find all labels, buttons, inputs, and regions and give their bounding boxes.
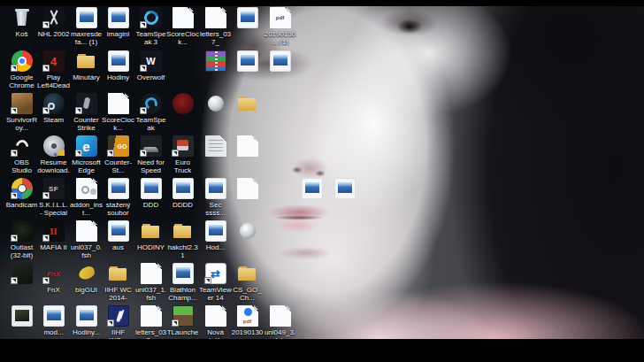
desktop-icon-uni037-1[interactable]: uni037_1.fsh [134,263,167,302]
desktop-icon-stazeny-soubor[interactable]: stažený soubor [102,178,134,217]
icon-label: Minutáry [70,73,103,81]
icon-label: stažený soubor [102,201,134,217]
desktop-icon-uni037-0[interactable]: uni037_0.fsh [70,220,103,259]
desktop-icon-biathlon[interactable]: Biathlon Champ... [166,263,199,302]
desktop-icon-hakchi[interactable]: hakchi2.31 [166,220,199,259]
icon-label: Hodiny [102,73,134,81]
desktop-icon-csgo[interactable]: GOCounter-St... Global Offe... [102,135,134,175]
shortcut-arrow-icon [140,107,147,114]
desktop-icon-recycle-bin[interactable]: Koš [5,7,38,38]
desktop-icon-mod[interactable]: mod... [37,305,70,336]
desktop-icon-skill-sf[interactable]: SFS.K.I.L.L. - Special For... [37,178,70,218]
desktop-icon-microsoft-edge[interactable]: eMicrosoft Edge [70,135,103,174]
file-icon [205,305,226,327]
recycle-bin-icon [12,7,33,28]
desktop-icon-imagini[interactable]: imagini [102,7,134,38]
desktop-icon-image[interactable] [231,50,264,73]
desktop-icon-maxresdefault[interactable]: maxresdefa... (1) [70,7,103,46]
edge-pdf-icon: pdf [237,305,258,327]
desktop-icon-fnx[interactable]: FnXFnX [37,263,70,294]
shortcut-arrow-icon [75,150,82,157]
icon-label: HODINY [134,243,167,251]
desktop-icon-csgo-folder[interactable]: CS_GO_Ch... [231,263,264,302]
icon-label: OBS Studio [5,158,38,174]
icon-label: NHL 2002 [37,30,70,38]
desktop-icon-teamspeak[interactable]: TeamSpeak 3 Client [134,7,167,47]
shortcut-arrow-icon [11,192,18,199]
desktop-icon-steam[interactable]: Steam [37,93,70,124]
desktop-icon-ets2[interactable]: Euro Truck Simulator 2... [166,135,199,175]
desktop-icon-resume-download[interactable]: Resume download... [37,135,70,175]
desktop-icon-winrar-archive[interactable] [199,50,232,73]
desktop-icon-letters-037[interactable]: letters_037_ [199,7,232,46]
red-tv-icon [172,93,194,114]
desktop-icon-addon-installer[interactable]: addon_inst... [70,178,103,217]
desktop-icon-image[interactable] [295,178,328,201]
desktop-icon-folder[interactable] [231,93,264,116]
desktop-icon-ddd[interactable]: DDD [134,178,167,209]
desktop-icon-image[interactable] [328,178,361,201]
desktop-icon-minutary-folder[interactable]: Minutáry [70,50,103,81]
desktop-icon-image[interactable] [231,7,264,30]
shortcut-arrow-icon [42,21,50,28]
desktop-icon-left4dead[interactable]: 4Play Left4Dead [37,50,70,89]
image-file-icon [108,50,129,72]
desktop-icon-overwolf[interactable]: WOverwolf [134,50,167,81]
file-icon [270,305,291,327]
desktop-icon-hodiny-folder[interactable]: HODINY [134,220,167,251]
image-file-icon [76,305,97,327]
folder-icon [76,50,97,72]
desktop-icon-iihf-folder[interactable]: IIHF WC 2014-hodin... [102,263,134,303]
icon-label: Hodiny... [70,328,103,336]
image-file-icon [141,178,162,199]
desktop-icon-hodiny[interactable]: Hodiny [102,50,134,81]
desktop-icon-hod[interactable]: Hod... [199,220,232,251]
folder-icon [141,220,162,242]
desktop-icon-sphere[interactable] [199,93,232,113]
file-icon [141,305,162,327]
icon-label: SurvivorRoy... [5,116,38,132]
shortcut-arrow-icon [140,21,147,28]
icon-label: TeamSpeak Overlay [134,116,167,133]
file-icon [237,178,258,199]
desktop-icon-sec[interactable]: Sec ssss... [199,178,232,217]
icon-label: Microsoft Edge [70,158,103,174]
winrar-icon [205,50,226,72]
desktop-icon-notepad-file[interactable] [199,135,232,158]
desktop-icon-nhl-2002[interactable]: NHL 2002 [37,7,70,38]
desktop-icon-dark-game[interactable] [5,263,38,286]
desktop-icon-survivor-royale[interactable]: SurvivorRoy... [5,93,38,132]
file-icon [108,93,129,114]
desktop-icon-image[interactable] [264,50,296,73]
desktop-icon-mafia2[interactable]: IIMAFIA II [37,220,70,251]
desktop-icon-outlast[interactable]: Outlast (32-bit) [5,220,38,259]
pdf-glyph-text: pdf [237,305,258,327]
icon-label: DDD [134,201,167,209]
desktop-icon-biggui[interactable]: bigGUI [70,263,103,294]
desktop-icon-dark-image[interactable] [5,305,38,328]
desktop-icon-nfs-underground[interactable]: Need for Speed Und... [134,135,167,175]
icon-label: IIHF WC 2014-hodin... [102,286,134,303]
desktop-icon-scoreclock[interactable]: ScoreClock... [166,7,199,46]
desktop-icon-pdf-20190130[interactable]: pdf20190130... (1) [264,7,296,46]
desktop-icon-teamviewer[interactable]: ⇄TeamViewer 14 [199,263,232,302]
desktop-icon-scoreclock[interactable]: ScoreClock... [102,93,134,132]
desktop-icon-file[interactable] [231,135,264,158]
desktop-icon-obs-studio[interactable]: OBS Studio [5,135,38,174]
desktop-icon-cs-source[interactable]: Counter Strike Sour... [70,93,103,133]
desktop-icon-aus[interactable]: aus [102,220,134,251]
icon-label: Play Left4Dead [37,73,70,89]
desktop-icon-google-chrome[interactable]: Google Chrome [5,50,38,89]
desktop-icon-hodiny-image[interactable]: Hodiny... [70,305,103,336]
icon-label: TeamViewer 14 [199,286,232,302]
icon-label: letters_037_ [199,30,232,46]
desktop-icon-teamspeak-overlay[interactable]: TeamSpeak Overlay [134,93,167,133]
icon-label: maxresdefa... (1) [70,30,103,46]
desktop-icon-bandicam[interactable]: Bandicam [5,178,38,209]
desktop-icon-file[interactable] [231,178,264,201]
desktop-icon-dddd[interactable]: DDDD [166,178,199,209]
desktop-icon-sphere[interactable] [231,220,264,241]
folder-icon [237,263,258,284]
desktop-icon-red-tv[interactable] [166,93,199,116]
icon-label: Need for Speed Und... [134,158,167,175]
